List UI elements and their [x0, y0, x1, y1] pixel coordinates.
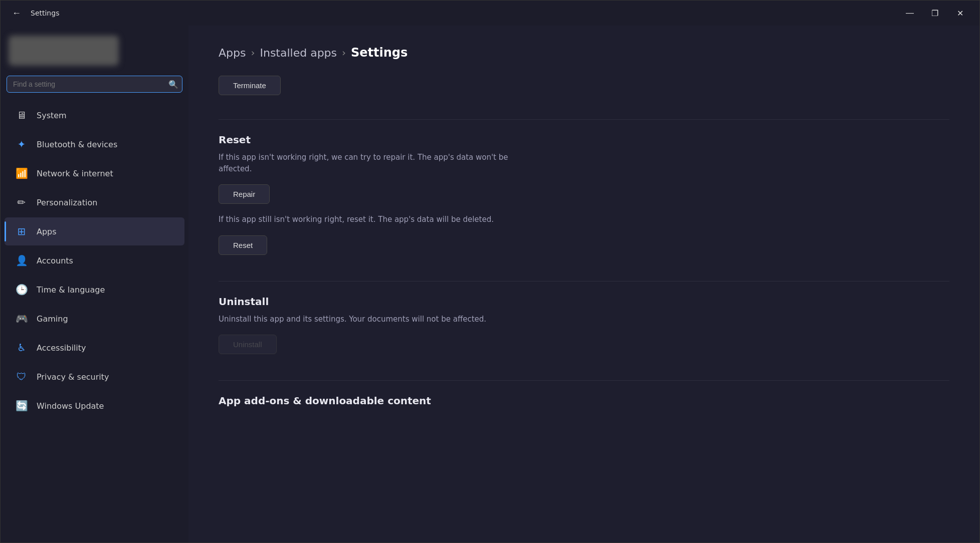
sidebar-item-update[interactable]: 🔄 Windows Update	[5, 392, 184, 420]
close-button[interactable]: ✕	[948, 5, 971, 21]
network-icon: 📶	[15, 166, 29, 180]
sidebar-label-accounts: Accounts	[37, 256, 73, 265]
bluetooth-icon: ✦	[15, 137, 29, 151]
sidebar-item-system[interactable]: 🖥 System	[5, 101, 184, 129]
addons-section: App add-ons & downloadable content	[219, 395, 949, 407]
uninstall-title: Uninstall	[219, 296, 949, 308]
maximize-button[interactable]: ❐	[923, 5, 946, 21]
reset-desc-1: If this app isn't working right, we can …	[219, 152, 539, 174]
sidebar-label-gaming: Gaming	[37, 314, 68, 324]
divider-2	[219, 281, 949, 282]
breadcrumb: Apps › Installed apps › Settings	[219, 46, 949, 60]
title-bar: ← Settings — ❐ ✕	[1, 1, 979, 26]
repair-button[interactable]: Repair	[219, 184, 270, 204]
breadcrumb-apps: Apps	[219, 47, 246, 59]
sidebar-label-network: Network & internet	[37, 169, 113, 178]
sidebar-item-apps[interactable]: ⊞ Apps	[5, 217, 184, 245]
avatar	[9, 36, 119, 66]
addons-title: App add-ons & downloadable content	[219, 395, 949, 407]
main-layout: 🔍 🖥 System ✦ Bluetooth & devices 📶 Netwo…	[1, 26, 979, 542]
sidebar-item-accessibility[interactable]: ♿ Accessibility	[5, 334, 184, 362]
apps-icon: ⊞	[15, 224, 29, 238]
sidebar-item-network[interactable]: 📶 Network & internet	[5, 159, 184, 187]
sidebar-label-personalization: Personalization	[37, 198, 97, 207]
breadcrumb-settings: Settings	[351, 46, 408, 60]
sidebar-label-bluetooth: Bluetooth & devices	[37, 140, 117, 149]
breadcrumb-sep-1: ›	[251, 47, 255, 59]
update-icon: 🔄	[15, 399, 29, 413]
reset-button[interactable]: Reset	[219, 235, 267, 255]
accessibility-icon: ♿	[15, 341, 29, 355]
main-content: Apps › Installed apps › Settings Termina…	[188, 26, 979, 542]
sidebar-label-privacy: Privacy & security	[37, 372, 109, 382]
sidebar-label-time: Time & language	[37, 285, 105, 295]
sidebar: 🔍 🖥 System ✦ Bluetooth & devices 📶 Netwo…	[1, 26, 188, 542]
sidebar-item-gaming[interactable]: 🎮 Gaming	[5, 305, 184, 333]
accounts-icon: 👤	[15, 253, 29, 267]
breadcrumb-installed-apps: Installed apps	[260, 47, 337, 59]
app-title: Settings	[31, 9, 59, 17]
avatar-area	[1, 30, 188, 76]
breadcrumb-sep-2: ›	[342, 47, 346, 59]
minimize-button[interactable]: —	[898, 5, 921, 21]
divider-3	[219, 380, 949, 381]
personalization-icon: ✏	[15, 195, 29, 209]
uninstall-section: Uninstall Uninstall this app and its set…	[219, 296, 949, 365]
reset-section: Reset If this app isn't working right, w…	[219, 134, 949, 265]
settings-window: ← Settings — ❐ ✕ 🔍 🖥 System ✦	[0, 0, 980, 543]
terminate-button[interactable]: Terminate	[219, 76, 281, 95]
sidebar-label-system: System	[37, 111, 67, 120]
uninstall-desc: Uninstall this app and its settings. You…	[219, 314, 539, 325]
reset-desc-2: If this app still isn't working right, r…	[219, 214, 539, 225]
search-input[interactable]	[7, 76, 182, 93]
time-icon: 🕒	[15, 283, 29, 297]
sidebar-item-time[interactable]: 🕒 Time & language	[5, 276, 184, 304]
sidebar-item-accounts[interactable]: 👤 Accounts	[5, 246, 184, 275]
privacy-icon: 🛡	[15, 370, 29, 384]
system-icon: 🖥	[15, 108, 29, 122]
sidebar-label-update: Windows Update	[37, 401, 104, 411]
reset-title: Reset	[219, 134, 949, 146]
title-bar-left: ← Settings	[9, 5, 59, 21]
sidebar-label-apps: Apps	[37, 227, 57, 236]
search-box: 🔍	[7, 76, 182, 93]
title-bar-controls: — ❐ ✕	[898, 5, 971, 21]
search-icon[interactable]: 🔍	[168, 80, 178, 89]
back-button[interactable]: ←	[9, 5, 25, 21]
uninstall-button[interactable]: Uninstall	[219, 335, 277, 354]
sidebar-item-privacy[interactable]: 🛡 Privacy & security	[5, 363, 184, 391]
sidebar-label-accessibility: Accessibility	[37, 343, 86, 353]
sidebar-item-personalization[interactable]: ✏ Personalization	[5, 188, 184, 216]
gaming-icon: 🎮	[15, 312, 29, 326]
sidebar-item-bluetooth[interactable]: ✦ Bluetooth & devices	[5, 130, 184, 158]
divider-1	[219, 119, 949, 120]
